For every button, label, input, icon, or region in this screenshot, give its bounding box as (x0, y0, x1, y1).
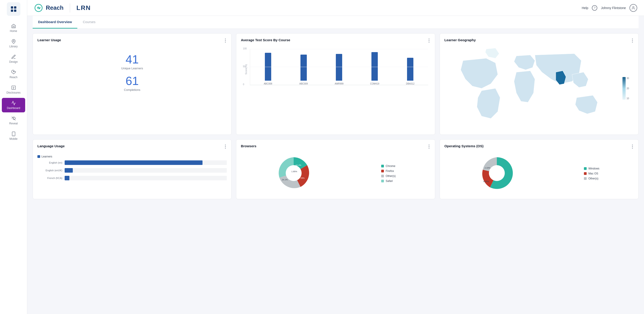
widget-learner-usage-menu[interactable] (224, 38, 227, 43)
widget-learner-geography-menu[interactable] (631, 38, 634, 43)
reach-nav-icon (11, 70, 16, 75)
widget-browsers-title: Browsers (241, 144, 256, 148)
widget-learner-geography-title: Learner Geography (444, 38, 476, 42)
sidebar-item-library[interactable]: Library (0, 36, 27, 51)
browser-legend-others: Other(s) (381, 174, 396, 178)
unique-learners-label: Unique Learners (121, 67, 143, 70)
header-right: Help ? Johnny Flintstone (582, 4, 637, 12)
bar-group-ABC008: ABC008 (252, 53, 284, 85)
header-logo: Reach LRN (34, 3, 91, 12)
svg-point-12 (489, 165, 505, 181)
header: Reach LRN Help ? Johnny Flintstone (27, 0, 644, 16)
dashboard-grid-row1: Learner Usage 41 Unique Learners 61 Comp… (33, 33, 638, 135)
user-name[interactable]: Johnny Flintstone (601, 6, 626, 10)
sidebar-item-home[interactable]: Home (0, 21, 27, 35)
logo-divider (70, 3, 70, 12)
main-area: Reach LRN Help ? Johnny Flintstone Dashb… (27, 0, 644, 314)
svg-point-6 (633, 6, 634, 8)
safari-dot (381, 180, 384, 182)
widget-operating-systems: Operating Systems (OS) (440, 139, 638, 199)
firefox-label: Firefox (386, 169, 394, 173)
svg-point-1 (13, 71, 14, 72)
sidebar-item-reach[interactable]: Reach (0, 67, 27, 81)
tab-courses[interactable]: Courses (77, 16, 101, 28)
widget-avg-test-score-menu[interactable] (428, 38, 430, 43)
dashboard-icon (11, 101, 16, 106)
mobile-icon (11, 131, 16, 136)
map-area: 30 20 10 (444, 47, 634, 130)
widget-learner-usage-title: Learner Usage (38, 38, 61, 42)
widget-avg-test-score-title: Average Test Score By Course (241, 38, 290, 42)
browser-legend-safari: Safari (381, 179, 396, 183)
bar-DBA312 (407, 58, 414, 81)
world-map-svg (444, 47, 621, 130)
svg-text:1.85%: 1.85% (292, 170, 297, 173)
sidebar-item-mobile[interactable]: Mobile (0, 129, 27, 143)
sidebar-item-mobile-label: Mobile (10, 137, 18, 140)
os-donut-wrapper: 2.33% 4.65% (479, 155, 515, 192)
map-visual (444, 47, 621, 130)
dashboard-grid-row2: Language Usage Learners English (en) (33, 139, 638, 199)
sidebar-item-disclosures-label: Disclosures (6, 91, 20, 94)
scale-label-20: 20 (626, 87, 629, 90)
bar-label-ABC008: ABC008 (264, 82, 272, 85)
bar-group-AMR999: AMR999 (324, 54, 355, 85)
language-chart: Learners English (en) English (enUK) (38, 153, 227, 186)
sidebar-item-design[interactable]: Design (0, 52, 27, 66)
bar-label-ABC009: ABC009 (299, 82, 308, 85)
reach-brand-icon (34, 3, 43, 12)
os-legend: Windows Mac OS Other(s) (584, 167, 600, 180)
user-avatar-icon[interactable] (630, 4, 637, 12)
lang-label-enuk: English (enUK) (38, 169, 62, 172)
sidebar-item-home-label: Home (10, 29, 17, 33)
tabs-bar: Dashboard Overview Courses (33, 16, 638, 29)
bar-COM419 (372, 52, 378, 81)
widget-learner-usage: Learner Usage 41 Unique Learners 61 Comp… (33, 33, 232, 135)
widget-language-usage-menu[interactable] (224, 144, 227, 149)
completions-label: Completions (124, 88, 140, 91)
lang-bar-track-enuk (65, 168, 227, 173)
lang-row-en: English (en) (38, 160, 227, 165)
widget-language-usage: Language Usage Learners English (en) (33, 139, 232, 199)
widget-language-usage-header: Language Usage (38, 144, 227, 149)
help-link[interactable]: Help (582, 6, 588, 10)
sidebar-item-disclosures[interactable]: Disclosures (0, 82, 27, 97)
bar-ABC008 (265, 53, 271, 81)
os-others-label: Other(s) (588, 177, 598, 180)
lang-bar-track-frca (65, 176, 227, 180)
bar-group-COM419: COM419 (359, 52, 390, 85)
sidebar-item-dashboard[interactable]: Dashboard (2, 98, 25, 112)
reveal-icon (11, 116, 16, 121)
sidebar-item-reach-label: Reach (10, 76, 18, 79)
content-area: Dashboard Overview Courses Learner Usage… (27, 16, 644, 314)
svg-point-7 (286, 165, 302, 181)
lang-bar-fill-enuk (65, 168, 73, 173)
others-label: Other(s) (386, 174, 396, 178)
os-others-dot (584, 177, 587, 180)
map-scale-values: 30 20 10 (626, 77, 629, 100)
macos-dot (584, 172, 587, 175)
sidebar: Home Library Design Reach Disclosures Da… (0, 0, 27, 314)
widget-os-menu[interactable] (631, 144, 634, 149)
widget-language-usage-title: Language Usage (38, 144, 65, 148)
tab-dashboard-overview[interactable]: Dashboard Overview (33, 16, 77, 28)
svg-rect-3 (12, 132, 15, 136)
others-dot (381, 175, 384, 177)
sidebar-item-dashboard-label: Dashboard (7, 106, 20, 110)
sidebar-logo[interactable] (7, 2, 20, 16)
sidebar-item-reveal[interactable]: Reveal (0, 113, 27, 128)
os-legend-windows: Windows (584, 167, 600, 170)
widget-learner-usage-header: Learner Usage (38, 38, 227, 43)
help-icon[interactable]: ? (592, 5, 597, 11)
sidebar-item-design-label: Design (9, 60, 18, 63)
widget-browsers-menu[interactable] (428, 144, 430, 149)
os-donut-svg: 2.33% 4.65% (479, 155, 515, 191)
browsers-legend: Chrome Firefox Other(s) Safari (381, 164, 396, 183)
widget-os-header: Operating Systems (OS) (444, 144, 634, 149)
lang-row-enuk: English (enUK) (38, 168, 227, 173)
bar-chart-y-label: Score(%) (245, 64, 248, 74)
lang-label-frca: French (frCA) (38, 177, 62, 179)
learner-usage-body: 41 Unique Learners 61 Completions (38, 47, 227, 102)
macos-label: Mac OS (588, 172, 598, 175)
windows-label: Windows (588, 167, 600, 170)
